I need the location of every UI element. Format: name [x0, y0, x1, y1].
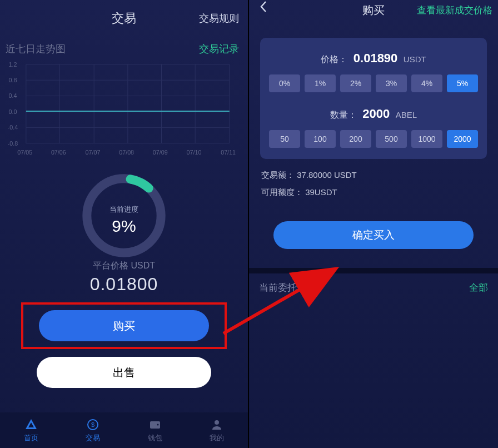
qty-chip-1000[interactable]: 1000 [411, 130, 442, 148]
sub-header: 近七日走势图 交易记录 [0, 37, 248, 58]
y-tick: 0.8 [9, 77, 17, 83]
user-icon [210, 418, 223, 431]
progress-percent: 9% [0, 217, 248, 236]
percent-chip-5pct[interactable]: 5% [447, 74, 478, 92]
qty-value: 2000 [362, 107, 390, 121]
y-tick: 0.0 [9, 108, 17, 115]
buy-highlight-box: 购买 [21, 302, 227, 349]
x-tick: 07/10 [187, 149, 202, 156]
current-orders-title: 当前委托 [259, 281, 297, 294]
nav-home-label: 首页 [24, 433, 38, 443]
y-tick: 0.4 [9, 92, 17, 99]
wallet-icon [148, 418, 162, 431]
page-title: 购买 [362, 3, 385, 18]
price-unit: USDT [404, 54, 426, 64]
chart-title: 近七日走势图 [6, 42, 66, 56]
seven-day-chart: 1.2 0.8 0.4 0.0 -0.4 -0.8 07/05 07/06 07… [0, 58, 248, 161]
qty-chip-2000[interactable]: 2000 [447, 130, 478, 148]
qty-chips: 5010020050010002000 [269, 130, 478, 148]
percent-chip-3pct[interactable]: 3% [376, 74, 407, 92]
price-value: 0.01800 [0, 274, 248, 295]
x-tick: 07/05 [17, 149, 32, 156]
trade-screen: 交易 交易规则 近七日走势图 交易记录 1 [0, 0, 249, 448]
svg-text:$: $ [91, 421, 94, 428]
sell-button[interactable]: 出售 [37, 357, 211, 388]
price-label: 价格： [321, 54, 347, 64]
x-tick: 07/07 [86, 149, 101, 156]
x-tick: 07/08 [119, 149, 134, 156]
svg-point-18 [157, 424, 158, 425]
qty-chip-500[interactable]: 500 [376, 130, 407, 148]
home-icon [24, 418, 38, 431]
nav-wallet[interactable]: 钱包 [124, 412, 186, 448]
available-value: 39USDT [305, 187, 337, 197]
nav-trade[interactable]: $ 交易 [62, 412, 124, 448]
qty-chip-200[interactable]: 200 [340, 130, 371, 148]
svg-point-19 [215, 420, 219, 425]
trade-amount-value: 37.80000 USDT [297, 170, 357, 180]
y-tick: 1.2 [9, 61, 17, 68]
percent-chip-1pct[interactable]: 1% [305, 74, 336, 92]
orders-all-link[interactable]: 全部 [469, 281, 488, 294]
buy-button[interactable]: 购买 [39, 310, 209, 341]
line-chart: 1.2 0.8 0.4 0.0 -0.4 -0.8 07/05 07/06 07… [4, 60, 243, 161]
back-icon[interactable] [259, 0, 268, 16]
x-tick: 07/09 [153, 149, 168, 156]
trade-icon: $ [86, 418, 99, 431]
qty-chip-50[interactable]: 50 [269, 130, 300, 148]
trade-amount-label: 交易额： [261, 170, 295, 180]
trade-records-link[interactable]: 交易记录 [199, 42, 239, 56]
y-tick: -0.8 [8, 140, 18, 147]
nav-home[interactable]: 首页 [0, 412, 62, 448]
header: 购买 查看最新成交价格 [249, 0, 498, 20]
qty-row: 数量： 2000 ABEL [269, 107, 478, 121]
nav-trade-label: 交易 [86, 433, 100, 443]
percent-chip-4pct[interactable]: 4% [411, 74, 442, 92]
qty-unit: ABEL [396, 110, 417, 120]
view-latest-price-link[interactable]: 查看最新成交价格 [417, 4, 492, 17]
available-row: 可用额度： 39USDT [261, 187, 486, 198]
trade-rules-link[interactable]: 交易规则 [199, 12, 239, 25]
nav-wallet-label: 钱包 [148, 433, 162, 443]
percent-chip-2pct[interactable]: 2% [340, 74, 371, 92]
y-tick: -0.4 [8, 124, 18, 131]
section-divider [249, 268, 498, 273]
header: 交易 交易规则 [0, 0, 248, 37]
percent-chip-0pct[interactable]: 0% [269, 74, 300, 92]
trade-amount-row: 交易额： 37.80000 USDT [261, 170, 486, 181]
qty-label: 数量： [330, 110, 357, 120]
qty-chip-100[interactable]: 100 [305, 130, 336, 148]
price-value: 0.01890 [353, 51, 398, 65]
orders-header: 当前委托 全部 [249, 273, 498, 302]
available-label: 可用额度： [261, 187, 303, 197]
price-section: 平台价格 USDT 0.01800 [0, 260, 248, 295]
confirm-buy-button[interactable]: 确定买入 [273, 221, 474, 249]
x-tick: 07/06 [51, 149, 66, 156]
nav-mine[interactable]: 我的 [186, 412, 248, 448]
buy-screen: 购买 查看最新成交价格 价格： 0.01890 USDT 0%1%2%3%4%5… [249, 0, 498, 448]
nav-mine-label: 我的 [210, 433, 224, 443]
bottom-nav: 首页 $ 交易 钱包 我的 [0, 412, 248, 448]
percent-chips: 0%1%2%3%4%5% [269, 74, 478, 92]
price-row: 价格： 0.01890 USDT [269, 51, 478, 66]
x-tick: 07/11 [221, 149, 236, 156]
order-card: 价格： 0.01890 USDT 0%1%2%3%4%5% 数量： 2000 A… [260, 38, 487, 159]
progress-label: 当前进度 [0, 205, 248, 215]
page-title: 交易 [112, 10, 136, 27]
price-label: 平台价格 USDT [0, 260, 248, 272]
